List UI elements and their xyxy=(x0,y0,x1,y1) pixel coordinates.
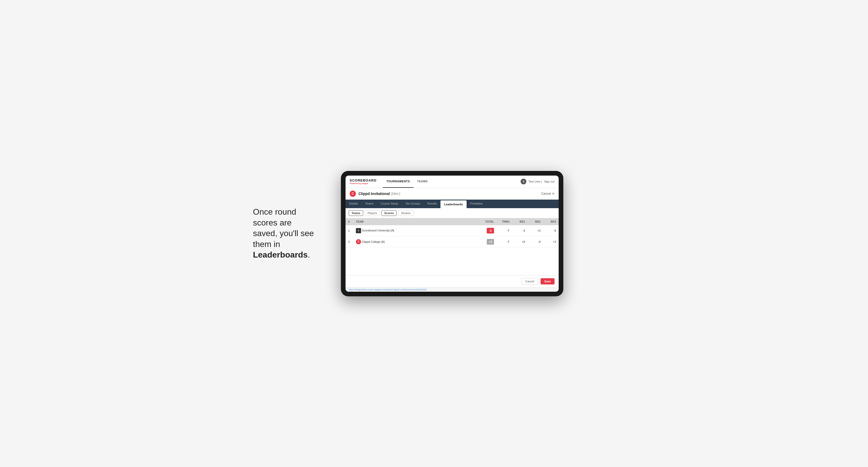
nav-link-tournaments[interactable]: TOURNAMENTS xyxy=(383,176,413,188)
sub-tabs: Teams Players Scores Strokes xyxy=(345,208,559,218)
navbar: SCOREBOARD Powered by clippd TOURNAMENTS… xyxy=(345,176,559,188)
side-text-line3: saved, you'll see xyxy=(253,228,314,238)
col-thru: THRU xyxy=(497,218,512,225)
sign-out-link[interactable]: Sign out xyxy=(544,180,555,183)
cancel-tournament-btn[interactable]: Cancel ✕ xyxy=(541,192,555,195)
cell-rd2: +5 xyxy=(528,225,543,236)
tab-navigation: Details Teams Course Setup Tee Groups Re… xyxy=(345,199,559,208)
tab-leaderboards[interactable]: Leaderboards xyxy=(440,200,467,208)
leaderboard-table: # TEAM TOTAL THRU RD1 RD2 RD3 1S Scorebo… xyxy=(345,218,559,247)
team-logo-circle: C xyxy=(356,239,361,244)
status-bar: https://stage-blue-coach.stagescoreaboar… xyxy=(345,287,559,292)
col-rd2: RD2 xyxy=(528,218,543,225)
col-total: TOTAL xyxy=(476,218,497,225)
side-text: Once round scores are saved, you'll see … xyxy=(253,207,326,260)
tab-teams[interactable]: Teams xyxy=(362,199,377,208)
page-wrapper: Once round scores are saved, you'll see … xyxy=(253,171,615,296)
table-row: 1S Scoreboard University [A]-5F-4+5-6 xyxy=(345,225,559,236)
col-rd3: RD3 xyxy=(543,218,559,225)
side-text-line4: them in xyxy=(253,240,280,249)
logo-title: SCOREBOARD xyxy=(350,179,377,182)
tablet-screen: SCOREBOARD Powered by clippd TOURNAMENTS… xyxy=(345,176,559,292)
side-text-line2: scores are xyxy=(253,218,291,227)
user-name: Test User | xyxy=(528,180,542,183)
nav-links: TOURNAMENTS TEAMS xyxy=(383,176,521,188)
tournament-name: Clippd Invitational (Men) xyxy=(359,192,400,196)
user-avatar: S xyxy=(521,179,526,184)
footer-cancel-button[interactable]: Cancel xyxy=(521,278,538,285)
cell-rd2: -8 xyxy=(528,236,543,247)
cell-total: +3 xyxy=(476,236,497,247)
table-row: 2C Clippd College [A]+3F+8-8+3 xyxy=(345,236,559,247)
logo-area: SCOREBOARD Powered by clippd xyxy=(350,179,377,185)
score-badge: +3 xyxy=(487,239,494,245)
cell-total: -5 xyxy=(476,225,497,236)
leaderboard-table-container: # TEAM TOTAL THRU RD1 RD2 RD3 1S Scorebo… xyxy=(345,218,559,275)
cell-team: S Scoreboard University [A] xyxy=(353,225,476,236)
cell-rd1: +8 xyxy=(512,236,528,247)
subtab-strokes[interactable]: Strokes xyxy=(398,210,413,216)
tab-course-setup[interactable]: Course Setup xyxy=(377,199,402,208)
subtab-players[interactable]: Players xyxy=(365,210,380,216)
logo-sub: Powered by clippd xyxy=(350,182,377,185)
tablet-frame: SCOREBOARD Powered by clippd TOURNAMENTS… xyxy=(341,171,563,296)
cell-thru: F xyxy=(497,236,512,247)
tab-details[interactable]: Details xyxy=(345,199,362,208)
cell-rd3: -6 xyxy=(543,225,559,236)
table-header-row: # TEAM TOTAL THRU RD1 RD2 RD3 xyxy=(345,218,559,225)
nav-link-teams[interactable]: TEAMS xyxy=(413,176,431,188)
cell-rank: 1 xyxy=(345,225,353,236)
side-text-line1: Once round xyxy=(253,207,296,216)
footer-save-button[interactable]: Save xyxy=(540,278,555,284)
tab-tee-groups[interactable]: Tee Groups xyxy=(402,199,424,208)
status-url: https://stage-blue-coach.stagescoreaboar… xyxy=(349,288,427,291)
side-text-bold: Leaderboards xyxy=(253,250,308,259)
subtab-teams[interactable]: Teams xyxy=(349,210,363,216)
nav-right: S Test User | Sign out xyxy=(521,179,555,184)
col-rank: # xyxy=(345,218,353,225)
tournament-logo: C xyxy=(350,191,356,197)
col-team: TEAM xyxy=(353,218,476,225)
cell-thru: F xyxy=(497,225,512,236)
table-body: 1S Scoreboard University [A]-5F-4+5-62C … xyxy=(345,225,559,247)
cell-team: C Clippd College [A] xyxy=(353,236,476,247)
side-text-period: . xyxy=(308,250,310,259)
tab-results[interactable]: Results xyxy=(424,199,440,208)
cell-rd1: -4 xyxy=(512,225,528,236)
col-rd1: RD1 xyxy=(512,218,528,225)
tournament-header: C Clippd Invitational (Men) Cancel ✕ xyxy=(345,188,559,199)
app-footer: Cancel Save xyxy=(345,275,559,287)
subtab-scores[interactable]: Scores xyxy=(381,210,397,216)
cell-rd3: +3 xyxy=(543,236,559,247)
score-badge: -5 xyxy=(487,228,494,234)
team-logo-img: S xyxy=(356,228,361,233)
cell-rank: 2 xyxy=(345,236,353,247)
tab-printables[interactable]: Printables xyxy=(467,199,487,208)
